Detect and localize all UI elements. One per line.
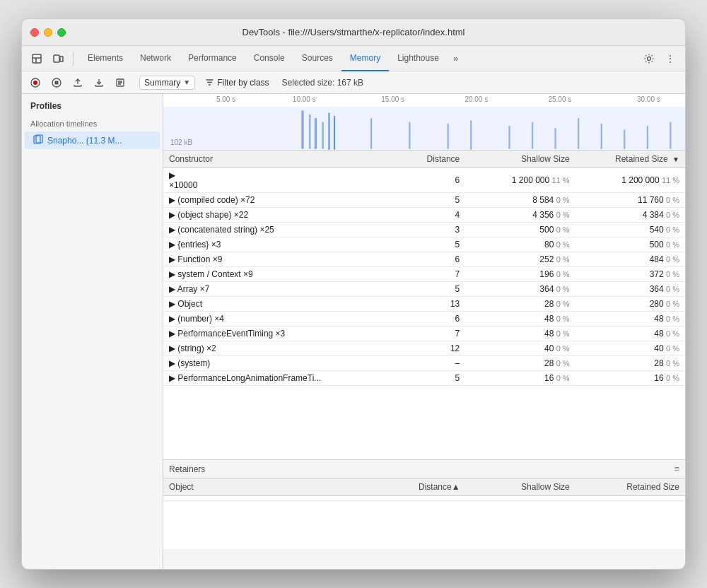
col-constructor[interactable]: Constructor [163, 151, 411, 168]
inspect-icon[interactable] [28, 49, 46, 68]
table-row[interactable]: ▶ Function ×9 6 252 0 % 484 0 % [163, 252, 685, 267]
timeline-ruler: 5.00 s 10.00 s 15.00 s 20.00 s 25.00 s 3… [163, 95, 685, 107]
tab-performance[interactable]: Performance [180, 46, 245, 71]
table-row [163, 496, 685, 501]
filter-button[interactable]: Filter by class [199, 76, 274, 89]
tab-console[interactable]: Console [245, 46, 293, 71]
table-row[interactable]: ▶ Object 13 28 0 % 280 0 % [163, 297, 685, 312]
svg-point-5 [648, 57, 651, 60]
svg-rect-25 [448, 124, 449, 149]
col-shallow-size[interactable]: Shallow Size [465, 151, 575, 168]
main-content: Profiles Allocation timelines Snapho... … [22, 94, 685, 569]
constructor-table: Constructor Distance Shallow Size Retain… [163, 151, 685, 386]
record-icon[interactable] [28, 75, 43, 90]
tab-bar: Elements Network Performance Console Sou… [22, 46, 685, 71]
svg-rect-14 [34, 136, 40, 143]
dropdown-arrow-icon: ▼ [183, 78, 190, 86]
ruler-mark-15s: 15.00 s [381, 95, 404, 103]
constructor-table-area[interactable]: Constructor Distance Shallow Size Retain… [163, 151, 685, 459]
device-icon[interactable] [49, 49, 67, 68]
toolbar-right: ⋮ [640, 49, 679, 68]
table-row[interactable]: ▶ ×10000 6 1 200 000 11 % 1 200 000 11 % [163, 168, 685, 193]
tab-memory[interactable]: Memory [341, 46, 389, 71]
ruler-mark-25s: 25.00 s [548, 95, 571, 103]
devtools-window: DevTools - file:///Users/stmarthe/x-repl… [21, 18, 686, 570]
upload-icon[interactable] [70, 75, 86, 90]
table-body: ▶ ×10000 6 1 200 000 11 % 1 200 000 11 %… [163, 168, 685, 386]
tab-network[interactable]: Network [132, 46, 180, 71]
svg-rect-18 [309, 114, 310, 149]
ruler-mark-30s: 30.00 s [637, 95, 660, 103]
table-header: Constructor Distance Shallow Size Retain… [163, 151, 685, 168]
sort-icon: ▼ [672, 155, 679, 163]
filter-icon [205, 78, 214, 87]
toolbar-separator [73, 52, 74, 66]
table-row[interactable]: ▶ (object shape) ×22 4 4 356 0 % 4 384 0… [163, 208, 685, 223]
clear-icon[interactable] [112, 75, 128, 90]
table-row[interactable]: ▶ (number) ×4 6 48 0 % 48 0 % [163, 312, 685, 327]
download-icon[interactable] [91, 75, 107, 90]
retainers-table-body [163, 496, 685, 501]
table-row[interactable]: ▶ PerformanceEventTiming ×3 7 48 0 % 48 … [163, 327, 685, 341]
retainers-menu-icon[interactable]: ≡ [674, 464, 679, 474]
table-row[interactable]: ▶ Array ×7 5 364 0 % 364 0 % [163, 282, 685, 297]
tab-elements[interactable]: Elements [79, 46, 132, 71]
sidebar-item-label: Snapho... (11.3 M... [47, 136, 122, 146]
tabs-container: Elements Network Performance Console Sou… [79, 46, 637, 71]
svg-rect-22 [334, 116, 335, 150]
table-row[interactable]: ▶ (string) ×2 12 40 0 % 40 0 % [163, 341, 685, 356]
svg-rect-32 [624, 130, 625, 149]
retainers-table-area[interactable]: Object Distance▲ Shallow Size Retained S… [163, 478, 685, 549]
tab-sources[interactable]: Sources [293, 46, 341, 71]
svg-rect-28 [532, 122, 533, 149]
table-row[interactable]: ▶ {entries} ×3 5 80 0 % 500 0 % [163, 237, 685, 252]
svg-rect-20 [322, 122, 324, 149]
timeline-area[interactable]: 5.00 s 10.00 s 15.00 s 20.00 s 25.00 s 3… [163, 94, 685, 151]
ruler-mark-10s: 10.00 s [293, 95, 316, 103]
ret-col-retained[interactable]: Retained Size [575, 478, 685, 496]
table-row[interactable]: ▶ system / Context ×9 7 196 0 % 372 0 % [163, 267, 685, 282]
sidebar-item-snapshot[interactable]: Snapho... (11.3 M... [25, 131, 160, 149]
stop-icon[interactable] [49, 75, 64, 90]
more-options-icon[interactable]: ⋮ [661, 49, 679, 68]
titlebar: DevTools - file:///Users/stmarthe/x-repl… [22, 19, 685, 46]
selected-size: Selected size: 167 kB [282, 78, 363, 88]
svg-rect-3 [54, 55, 59, 62]
table-row[interactable]: ▶ (compiled code) ×72 5 8 584 0 % 11 760… [163, 193, 685, 208]
table-row[interactable]: ▶ (concatenated string) ×25 3 500 0 % 54… [163, 223, 685, 237]
settings-icon[interactable] [640, 49, 658, 68]
ret-col-distance[interactable]: Distance▲ [410, 478, 465, 496]
svg-rect-0 [33, 54, 41, 63]
table-row[interactable]: ▶ (system) – 28 0 % 28 0 % [163, 356, 685, 371]
minimize-button[interactable] [44, 28, 52, 37]
table-row[interactable]: ▶ PerformanceLongAnimationFrameTi... 5 1… [163, 371, 685, 386]
svg-rect-34 [670, 122, 671, 149]
svg-rect-19 [315, 118, 317, 148]
svg-rect-26 [470, 121, 472, 150]
col-retained-size[interactable]: Retained Size ▼ [575, 151, 685, 168]
maximize-button[interactable] [57, 28, 66, 37]
svg-rect-15 [36, 135, 42, 143]
sidebar: Profiles Allocation timelines Snapho... … [22, 94, 163, 569]
bottom-panel: Retainers ≡ Object Distance▲ [163, 459, 685, 569]
ruler-mark-5s: 5.00 s [216, 95, 235, 103]
tab-lighthouse[interactable]: Lighthouse [389, 46, 448, 71]
ret-col-object[interactable]: Object [163, 478, 410, 496]
svg-point-7 [33, 81, 37, 85]
close-button[interactable] [30, 28, 39, 37]
svg-rect-33 [647, 126, 648, 149]
traffic-lights [30, 28, 66, 37]
snapshot-icon [33, 134, 43, 146]
svg-rect-24 [409, 122, 410, 149]
svg-rect-23 [370, 118, 372, 148]
svg-rect-17 [301, 110, 303, 148]
timeline-chart [163, 107, 685, 151]
col-distance[interactable]: Distance [411, 151, 466, 168]
more-tabs-button[interactable]: » [448, 46, 464, 71]
summary-dropdown[interactable]: Summary ▼ [139, 76, 195, 90]
ret-col-shallow[interactable]: Shallow Size [466, 478, 575, 496]
retainers-header: Retainers ≡ [163, 460, 685, 478]
ruler-mark-20s: 20.00 s [464, 95, 488, 103]
svg-rect-4 [60, 57, 63, 61]
timeline-kb-label: 102 kB [170, 139, 192, 146]
